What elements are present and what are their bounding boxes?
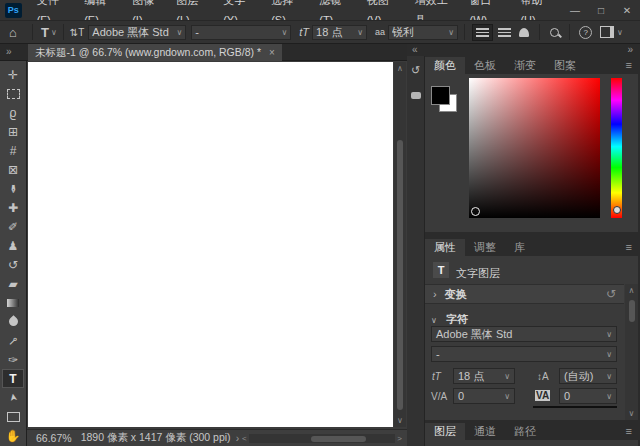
align-center-button[interactable]	[495, 25, 514, 40]
dodge-tool[interactable]: ⊸	[2, 331, 24, 350]
type-tool-preset-icon[interactable]: T	[39, 25, 51, 40]
comments-panel-icon[interactable]	[411, 92, 421, 99]
crop-tool[interactable]: #	[2, 141, 24, 160]
horizontal-scroll-track[interactable]	[249, 434, 396, 443]
spot-healing-tool[interactable]: ✚	[2, 198, 24, 217]
foreground-color-swatch[interactable]	[431, 86, 450, 105]
maximize-button[interactable]: □	[588, 0, 614, 20]
tab-channels[interactable]: 通道	[465, 423, 505, 440]
character-section-header[interactable]: ∨ 字符	[431, 312, 468, 327]
toolbar-expand-icon[interactable]: »	[6, 46, 11, 57]
object-selection-tool[interactable]: ⊞	[2, 122, 24, 141]
properties-scrollbar[interactable]: ∧ ∨	[625, 284, 638, 420]
scroll-up-icon[interactable]: ∧	[625, 286, 638, 295]
eraser-tool[interactable]: ▰	[2, 274, 24, 293]
color-field-marker[interactable]	[471, 207, 480, 216]
close-button[interactable]: ✕	[614, 0, 640, 20]
panel-menu-icon[interactable]: ≡	[626, 57, 632, 74]
document-info: 1890 像素 x 1417 像素 (300 ppi)	[81, 431, 231, 445]
font-size-value: 18 点	[316, 25, 354, 40]
workspace-button[interactable]	[595, 26, 617, 38]
marquee-tool[interactable]	[2, 84, 24, 103]
font-style-select[interactable]: - ∨	[191, 25, 291, 40]
chevron-down-icon: ∨	[504, 372, 510, 381]
history-brush-tool[interactable]: ↺	[2, 255, 24, 274]
document-canvas[interactable]	[28, 62, 393, 427]
clone-stamp-tool[interactable]: ♟	[2, 236, 24, 255]
char-tracking-select[interactable]: 0 ∨	[453, 388, 515, 404]
char-kerning-select[interactable]: 0 ∨	[559, 388, 617, 404]
lasso-tool[interactable]: ϱ	[2, 103, 24, 122]
tab-layers[interactable]: 图层	[425, 423, 465, 440]
font-family-select[interactable]: Adobe 黑体 Std ∨	[88, 25, 186, 40]
tab-paths[interactable]: 路径	[505, 423, 545, 440]
reset-icon[interactable]: ↺	[606, 287, 616, 301]
horizontal-scrollbar[interactable]: < >	[242, 433, 402, 444]
search-button[interactable]	[546, 28, 563, 37]
brush-tool[interactable]: ✐	[2, 217, 24, 236]
tab-patterns[interactable]: 图案	[545, 57, 585, 74]
anti-alias-select[interactable]: 锐利 ∨	[388, 25, 458, 40]
char-leading-select[interactable]: (自动) ∨	[559, 368, 617, 384]
search-icon	[550, 28, 559, 37]
scroll-down-icon[interactable]: ∨	[625, 409, 638, 418]
path-selection-tool[interactable]: ➤	[2, 388, 24, 407]
workspace-chevron-icon[interactable]: ∨	[617, 28, 623, 37]
text-orientation-icon[interactable]: ⇅T	[70, 27, 85, 38]
tab-adjustments[interactable]: 调整	[465, 239, 505, 256]
document-close-icon[interactable]: ×	[269, 47, 275, 58]
type-tool[interactable]: T	[2, 369, 24, 388]
eyedropper-tool[interactable]: ✒	[2, 179, 24, 198]
char-font-family-select[interactable]: Adobe 黑体 Std ∨	[431, 326, 617, 342]
history-panel-icon[interactable]: ↺	[407, 64, 424, 77]
minimize-button[interactable]: —	[562, 0, 588, 20]
document-tab[interactable]: 未标题-1 @ 66.7% (www.gndown.com, RGB/8) * …	[28, 44, 282, 61]
align-left-button[interactable]	[472, 24, 493, 41]
status-chevron-icon[interactable]: ›	[236, 432, 240, 444]
char-kerning-value: 0	[564, 390, 570, 402]
frame-tool[interactable]: ⊠	[2, 160, 24, 179]
char-size-value: 18 点	[458, 369, 484, 384]
color-field[interactable]	[469, 78, 600, 218]
char-font-style-select[interactable]: - ∨	[431, 346, 617, 362]
tab-properties[interactable]: 属性	[425, 239, 465, 256]
help-button[interactable]: ?	[576, 26, 595, 39]
blur-tool[interactable]	[2, 312, 24, 331]
pen-tool[interactable]: ✑	[2, 350, 24, 369]
tab-libraries[interactable]: 库	[505, 239, 534, 256]
rectangle-tool[interactable]	[2, 407, 24, 426]
icon-strip: ↺	[407, 56, 425, 446]
hue-slider[interactable]	[611, 78, 622, 218]
horizontal-scroll-thumb[interactable]	[311, 436, 366, 442]
gradient-tool[interactable]	[2, 293, 24, 312]
panel-menu-icon[interactable]: ≡	[626, 239, 632, 256]
vertical-scroll-thumb[interactable]	[397, 140, 403, 410]
tool-preset-chevron-icon[interactable]: ∨	[51, 28, 57, 37]
tab-color[interactable]: 颜色	[425, 57, 465, 74]
char-size-select[interactable]: 18 点 ∨	[453, 368, 515, 384]
move-tool[interactable]: ✛	[2, 65, 24, 84]
hand-tool[interactable]: ✋	[2, 426, 24, 445]
scroll-left-icon[interactable]: <	[242, 434, 247, 443]
transform-section-header[interactable]: › 变换 ↺	[425, 284, 624, 304]
scroll-down-icon[interactable]: ∨	[394, 416, 406, 425]
font-size-select[interactable]: 18 点 ∨	[312, 25, 367, 40]
tab-gradients[interactable]: 渐变	[505, 57, 545, 74]
hue-slider-marker[interactable]	[613, 206, 621, 214]
separator	[63, 24, 64, 40]
warp-text-icon	[519, 28, 529, 37]
layers-panel-body	[425, 440, 638, 446]
home-icon[interactable]: ⌂	[0, 25, 26, 40]
dock-collapse-icon[interactable]: «	[412, 44, 418, 55]
dock-expand-icon[interactable]: »	[627, 44, 633, 55]
tab-swatches[interactable]: 色板	[465, 57, 505, 74]
vertical-scrollbar[interactable]: ∧ ∨	[394, 62, 406, 427]
scroll-right-icon[interactable]: >	[397, 434, 402, 443]
properties-scroll-thumb[interactable]	[629, 300, 635, 322]
scroll-up-icon[interactable]: ∧	[394, 64, 406, 73]
panel-menu-icon[interactable]: ≡	[626, 423, 632, 440]
warp-text-button[interactable]	[516, 25, 532, 40]
kerning-focus-underline	[533, 406, 617, 408]
zoom-level[interactable]: 66.67%	[36, 432, 72, 444]
separator	[539, 24, 540, 40]
